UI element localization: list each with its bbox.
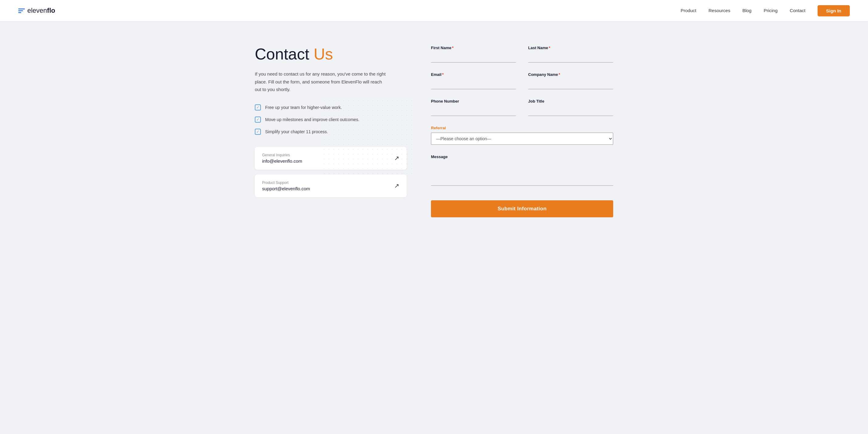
nav-resources[interactable]: Resources — [709, 8, 731, 13]
product-support-label: Product Support — [262, 180, 310, 185]
feature-item-3: ✓ Simplify your chapter 11 process. — [255, 129, 407, 135]
submit-field: Submit Information — [431, 196, 613, 217]
last-name-input[interactable] — [528, 53, 613, 63]
page-title: Contact Us — [255, 45, 407, 63]
job-title-label: Job Title — [528, 99, 613, 103]
form-grid: First Name* Last Name* Email* — [431, 45, 613, 217]
general-inquiries-email: info@elevenflo.com — [262, 159, 302, 164]
feature-item-2: ✓ Move up milestones and improve client … — [255, 116, 407, 123]
left-section: Contact Us If you need to contact us for… — [255, 45, 407, 197]
email-field: Email* — [431, 72, 516, 89]
nav-product[interactable]: Product — [681, 8, 696, 13]
phone-number-input[interactable] — [431, 106, 516, 116]
last-name-label: Last Name* — [528, 45, 613, 50]
nav-blog[interactable]: Blog — [742, 8, 751, 13]
contact-form: First Name* Last Name* Email* — [431, 45, 613, 217]
page-content: Contact Us If you need to contact us for… — [237, 21, 631, 242]
feature-text-1: Free up your team for higher-value work. — [265, 105, 342, 110]
email-label: Email* — [431, 72, 516, 77]
referral-label: Referral — [431, 126, 613, 130]
product-support-card[interactable]: Product Support support@elevenflo.com ↗ — [255, 174, 407, 197]
product-support-email: support@elevenflo.com — [262, 186, 310, 191]
nav-pricing[interactable]: Pricing — [764, 8, 777, 13]
last-name-field: Last Name* — [528, 45, 613, 63]
logo-icon — [18, 8, 25, 13]
feature-text-2: Move up milestones and improve client ou… — [265, 117, 359, 122]
job-title-field: Job Title — [528, 99, 613, 116]
contact-form-section: First Name* Last Name* Email* — [431, 45, 613, 217]
referral-field: Referral —Please choose an option— Googl… — [431, 126, 613, 145]
navbar: elevenflo Product Resources Blog Pricing… — [0, 0, 868, 21]
company-name-label: Company Name* — [528, 72, 613, 77]
company-name-input[interactable] — [528, 79, 613, 89]
features-list: ✓ Free up your team for higher-value wor… — [255, 104, 407, 135]
general-inquiries-label: General Inquiries — [262, 153, 302, 157]
general-inquiries-info: General Inquiries info@elevenflo.com — [262, 153, 302, 164]
hero-description: If you need to contact us for any reason… — [255, 70, 389, 94]
phone-number-field: Phone Number — [431, 99, 516, 116]
feature-text-3: Simplify your chapter 11 process. — [265, 129, 328, 134]
message-input[interactable] — [431, 162, 613, 186]
company-name-field: Company Name* — [528, 72, 613, 89]
phone-number-label: Phone Number — [431, 99, 516, 103]
message-field: Message — [431, 155, 613, 186]
check-icon-3: ✓ — [255, 129, 261, 135]
job-title-input[interactable] — [528, 106, 613, 116]
nav-links: Product Resources Blog Pricing Contact S… — [681, 5, 850, 16]
check-icon-2: ✓ — [255, 116, 261, 123]
logo[interactable]: elevenflo — [18, 7, 55, 14]
email-input[interactable] — [431, 79, 516, 89]
logo-text: elevenflo — [27, 7, 55, 14]
first-name-field: First Name* — [431, 45, 516, 63]
nav-contact[interactable]: Contact — [789, 8, 805, 13]
signin-button[interactable]: Sign In — [817, 5, 850, 16]
submit-button[interactable]: Submit Information — [431, 200, 613, 217]
product-support-info: Product Support support@elevenflo.com — [262, 180, 310, 191]
message-label: Message — [431, 155, 613, 159]
first-name-input[interactable] — [431, 53, 516, 63]
first-name-label: First Name* — [431, 45, 516, 50]
product-support-arrow: ↗ — [394, 182, 399, 189]
feature-item-1: ✓ Free up your team for higher-value wor… — [255, 104, 407, 110]
referral-select[interactable]: —Please choose an option— Google LinkedI… — [431, 133, 613, 145]
check-icon-1: ✓ — [255, 104, 261, 110]
